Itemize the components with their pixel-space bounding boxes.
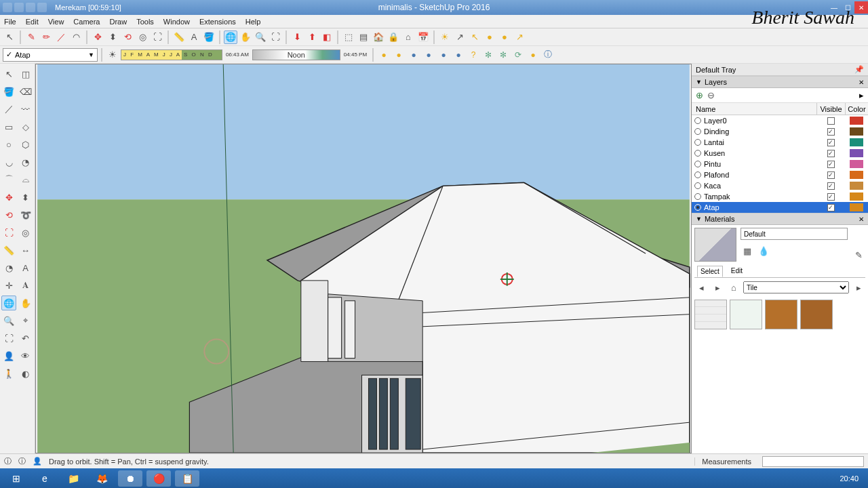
sun-icon[interactable]: ● [483, 30, 496, 44]
tape-icon[interactable]: 📏 [1, 243, 16, 258]
scale-icon[interactable]: ⛶ [1, 225, 16, 240]
scale-icon[interactable]: ⛶ [151, 30, 164, 44]
pencil-icon[interactable]: ✏ [39, 30, 53, 44]
zoom-icon[interactable]: 🔍 [1, 313, 16, 328]
layer-row[interactable]: Dinding✓ [692, 126, 868, 137]
material-thumb[interactable] [765, 300, 797, 329]
layers-panel-header[interactable]: ▼ Layers ✕ [692, 76, 868, 88]
menu-file[interactable]: File [4, 18, 16, 26]
material-name-input[interactable] [741, 228, 848, 240]
month-slider[interactable]: J F M A M J J A S O N D [121, 49, 222, 60]
rectangle-icon[interactable]: ▭ [1, 119, 16, 134]
zoom-icon[interactable]: 🔍 [254, 30, 267, 44]
layer-row[interactable]: Kaca✓ [692, 180, 868, 191]
arrow-icon[interactable]: ↗ [453, 30, 467, 44]
component-icon[interactable]: ▤ [357, 30, 370, 44]
arc-icon[interactable]: ◠ [69, 30, 83, 44]
house-icon[interactable]: ⌂ [401, 30, 415, 44]
tape-icon[interactable]: 📏 [172, 30, 186, 44]
layer-row[interactable]: Plafond✓ [692, 169, 868, 180]
firefox-icon[interactable]: 🦊 [90, 470, 114, 487]
globe-icon[interactable]: ● [422, 48, 435, 62]
zoom-extents-icon[interactable]: ⛶ [269, 30, 282, 44]
home-icon[interactable]: ⌂ [727, 281, 741, 294]
menu-tools[interactable]: Tools [136, 18, 154, 26]
protractor-icon[interactable]: ◔ [1, 260, 16, 275]
globe-icon[interactable]: ● [452, 48, 465, 62]
sketchup-icon[interactable]: 🔴 [146, 470, 171, 487]
pushpull-icon[interactable]: ⬍ [18, 190, 33, 205]
warehouse-icon[interactable]: ⬇ [290, 30, 304, 44]
layer-dropdown[interactable]: ✓ Atap ▼ [3, 48, 98, 62]
offset-icon[interactable]: ◎ [18, 225, 33, 240]
col-color[interactable]: Color [845, 103, 868, 115]
layer-row[interactable]: Tampak✓ [692, 191, 868, 202]
globe-icon[interactable]: ● [526, 48, 540, 62]
globe-icon[interactable]: ● [392, 48, 406, 62]
menu-window[interactable]: Window [163, 18, 190, 26]
walk-icon[interactable]: 🚶 [1, 366, 16, 381]
line-icon[interactable]: ／ [1, 102, 16, 117]
select-icon[interactable]: ↖ [3, 30, 16, 44]
select-icon[interactable]: ↖ [1, 66, 16, 81]
measurements-input[interactable] [762, 456, 864, 467]
calendar-icon[interactable]: 📅 [416, 30, 430, 44]
ext-icon[interactable]: ◧ [320, 30, 334, 44]
globe-icon[interactable]: ● [407, 48, 420, 62]
pan-icon[interactable]: ✋ [18, 296, 33, 310]
arc2-icon[interactable]: ⌒ [1, 172, 16, 187]
help-icon[interactable]: ? [467, 48, 480, 62]
move-icon[interactable]: ✥ [91, 30, 104, 44]
section-icon[interactable]: ◐ [18, 366, 33, 381]
sys-icon[interactable] [14, 3, 24, 12]
remove-layer-icon[interactable]: ⊖ [707, 90, 715, 100]
geo-icon[interactable]: ⓘ [18, 456, 26, 466]
polygon-icon[interactable]: ⬡ [18, 137, 33, 152]
layer-menu-icon[interactable]: ▸ [859, 90, 864, 100]
collection-dropdown[interactable]: Tile [743, 281, 849, 293]
move-icon[interactable]: ✥ [1, 190, 16, 205]
text-icon[interactable]: A [18, 260, 33, 275]
close-button[interactable]: ✕ [854, 1, 868, 14]
pushpull-icon[interactable]: ⬍ [106, 30, 119, 44]
dimension-icon[interactable]: ↔ [18, 243, 33, 258]
help-icon[interactable]: ⓘ [4, 456, 12, 466]
back-icon[interactable]: ◂ [694, 281, 708, 294]
gear-icon[interactable]: ✻ [496, 48, 510, 62]
position-camera-icon[interactable]: 👤 [1, 348, 16, 363]
app-icon[interactable]: 📋 [175, 470, 199, 487]
layer-row[interactable]: Lantai✓ [692, 137, 868, 148]
viewport-3d[interactable] [35, 64, 692, 453]
gear-icon[interactable]: ✻ [481, 48, 495, 62]
close-icon[interactable]: ✕ [859, 79, 864, 86]
sys-icon[interactable] [3, 3, 12, 12]
globe-icon[interactable]: ● [437, 48, 450, 62]
layer-row[interactable]: Atap✓ [692, 202, 868, 213]
offset-icon[interactable]: ◎ [136, 30, 149, 44]
globe-icon[interactable]: ● [377, 48, 391, 62]
material-thumb[interactable] [694, 300, 727, 329]
menu-draw[interactable]: Draw [109, 18, 127, 26]
sun-icon[interactable]: ☀ [438, 30, 452, 44]
axes-icon[interactable]: ✛ [1, 278, 16, 293]
create-material-icon[interactable]: ▦ [741, 244, 754, 258]
layer-row[interactable]: Kusen✓ [692, 148, 868, 159]
component-icon[interactable]: ⬚ [342, 30, 355, 44]
text-icon[interactable]: A [187, 30, 201, 44]
warehouse-icon[interactable]: ⬆ [305, 30, 319, 44]
paint-icon[interactable]: 🪣 [202, 30, 216, 44]
person-icon[interactable]: 👤 [33, 457, 42, 466]
arc-icon[interactable]: ◡ [1, 155, 16, 169]
arrow-icon[interactable]: ↖ [468, 30, 481, 44]
3dtext-icon[interactable]: 𝐀 [18, 278, 33, 293]
sun-icon[interactable]: ● [498, 30, 511, 44]
eraser-icon[interactable]: ⌫ [18, 84, 33, 99]
eraser-icon[interactable]: ✎ [24, 30, 38, 44]
sample-icon[interactable]: 💧 [757, 244, 770, 258]
zoom-extents-icon[interactable]: ⛶ [1, 331, 16, 346]
close-icon[interactable]: ✕ [859, 216, 864, 223]
refresh-icon[interactable]: ⟳ [511, 48, 525, 62]
edit-pencil-icon[interactable]: ✎ [852, 248, 865, 262]
sys-icon[interactable] [26, 3, 35, 12]
tab-edit[interactable]: Edit [728, 266, 745, 277]
